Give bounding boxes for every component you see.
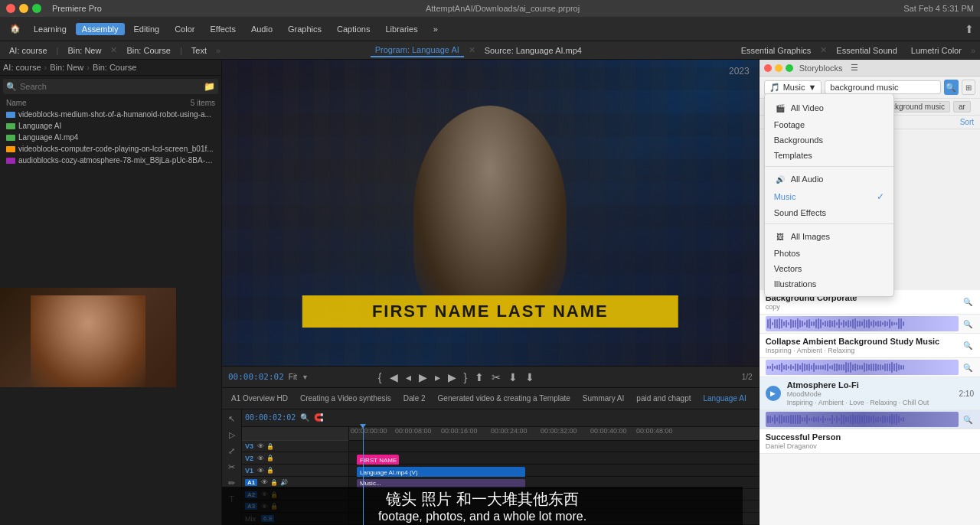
project-search-input[interactable] bbox=[20, 82, 201, 91]
selection-tool[interactable]: ↖ bbox=[227, 412, 237, 426]
storyblocks-search-button[interactable]: 🔍 bbox=[944, 80, 958, 95]
file-item-3[interactable]: videoblocks-computer-code-playing-on-lcd… bbox=[0, 143, 221, 155]
timeline-tab-summary[interactable]: Summary AI bbox=[578, 393, 629, 404]
nav-libraries[interactable]: Libraries bbox=[379, 23, 423, 35]
v2-lock-icon[interactable]: 🔒 bbox=[266, 455, 274, 461]
storyblocks-tab[interactable]: ☰ bbox=[851, 63, 858, 73]
snap-button[interactable]: 🧲 bbox=[314, 413, 323, 422]
timeline-tab-generated[interactable]: Generated video & creating a Template bbox=[433, 393, 575, 404]
insert-button[interactable]: ⬇ bbox=[507, 371, 519, 383]
ai-course-label[interactable]: AI: course bbox=[3, 63, 41, 72]
nav-captions[interactable]: Captions bbox=[331, 23, 376, 35]
timeline-tab-overview[interactable]: A1 Overview HD bbox=[227, 393, 292, 404]
tab-essential-sound[interactable]: Essential Sound bbox=[831, 44, 902, 57]
next-frame-button[interactable]: ▸ bbox=[433, 371, 442, 383]
nav-graphics[interactable]: Graphics bbox=[282, 23, 328, 35]
fit-dropdown-icon[interactable]: ▼ bbox=[302, 373, 309, 381]
play-button-2[interactable]: ▶ bbox=[766, 386, 781, 401]
category-select[interactable]: 🎵 Music ▼ bbox=[764, 80, 822, 95]
app-menu-premiere[interactable]: Premiere Pro bbox=[52, 4, 102, 13]
music-item[interactable]: Music ✓ bbox=[765, 188, 893, 205]
tab-source[interactable]: Source: Language AI.mp4 bbox=[480, 44, 586, 57]
tab-program[interactable]: Program: Language AI bbox=[371, 44, 464, 57]
sort-label[interactable]: Sort bbox=[960, 118, 974, 126]
all-audio-label: All Audio bbox=[791, 174, 824, 184]
export-icon[interactable]: ⬆ bbox=[965, 23, 974, 35]
track-select-tool[interactable]: ▷ bbox=[227, 429, 237, 442]
tab-lumetri-color[interactable]: Lumetri Color bbox=[906, 44, 966, 57]
nav-learning[interactable]: Learning bbox=[28, 23, 73, 35]
nav-editing[interactable]: Editing bbox=[128, 23, 166, 35]
timeline-tab-synthesis[interactable]: Creating a Video synthesis bbox=[296, 393, 396, 404]
a1-eye-icon[interactable]: 👁 bbox=[261, 478, 268, 486]
nav-more[interactable]: » bbox=[427, 23, 444, 35]
step-fwd-button[interactable]: ▶ bbox=[446, 371, 458, 383]
step-back-button[interactable]: ◀ bbox=[388, 371, 400, 383]
lift-button[interactable]: ⬆ bbox=[473, 371, 485, 383]
mark-in-button[interactable]: { bbox=[377, 371, 384, 383]
project-search-bar[interactable]: 🔍 📁 bbox=[3, 79, 218, 94]
sb-close-button[interactable] bbox=[764, 64, 772, 72]
minimize-button[interactable] bbox=[19, 4, 28, 13]
waveform-search-0[interactable]: 🔍 bbox=[962, 318, 974, 330]
prev-frame-button[interactable]: ◂ bbox=[404, 371, 413, 383]
v3-eye-icon[interactable]: 👁 bbox=[257, 442, 264, 450]
waveform-search-1[interactable]: 🔍 bbox=[962, 361, 974, 373]
timeline-tab-paid[interactable]: paid and chagpt bbox=[632, 393, 695, 404]
illustrations-item[interactable]: Illustrations bbox=[765, 276, 893, 292]
sound-effects-item[interactable]: Sound Effects bbox=[765, 205, 893, 220]
tab-bin-course[interactable]: Bin: Course bbox=[122, 44, 175, 57]
fit-select[interactable]: Fit bbox=[289, 373, 297, 381]
tab-essential-graphics[interactable]: Essential Graphics bbox=[737, 44, 816, 57]
tab-ai-course[interactable]: AI: course bbox=[5, 44, 52, 57]
all-audio-item[interactable]: 🔊 All Audio bbox=[765, 170, 893, 188]
all-video-item[interactable]: 🎬 All Video bbox=[765, 99, 893, 117]
sb-minimize-button[interactable] bbox=[775, 64, 782, 72]
a1-volume-icon[interactable]: 🔊 bbox=[280, 479, 288, 486]
file-item-1[interactable]: Language AI bbox=[0, 120, 221, 132]
v3-lock-icon[interactable]: 🔒 bbox=[266, 443, 274, 450]
timeline-tab-dale[interactable]: Dale 2 bbox=[399, 393, 430, 404]
templates-item[interactable]: Templates bbox=[765, 148, 893, 163]
storyblocks-search-input[interactable] bbox=[825, 80, 941, 94]
bin-course-label[interactable]: Bin: Course bbox=[93, 63, 136, 72]
nav-assembly[interactable]: Assembly bbox=[76, 23, 125, 35]
result-options-0[interactable]: 🔍 bbox=[962, 296, 974, 308]
nav-color[interactable]: Color bbox=[168, 23, 201, 35]
sb-maximize-button[interactable] bbox=[786, 64, 793, 72]
extract-button[interactable]: ✂ bbox=[490, 371, 502, 383]
all-images-item[interactable]: 🖼 All Images bbox=[765, 227, 893, 246]
storyblocks-grid-button[interactable]: ⊞ bbox=[962, 80, 975, 95]
tab-bin-new[interactable]: Bin: New bbox=[63, 44, 106, 57]
ripple-tool[interactable]: ⤢ bbox=[227, 445, 237, 458]
v2-eye-icon[interactable]: 👁 bbox=[257, 455, 264, 462]
file-item-0[interactable]: videoblocks-medium-shot-of-a-humanoid-ro… bbox=[0, 109, 221, 120]
razor-tool[interactable]: ✂ bbox=[227, 461, 237, 474]
play-button[interactable]: ▶ bbox=[417, 371, 429, 383]
timeline-tab-language[interactable]: Language AI bbox=[699, 393, 751, 404]
photos-item[interactable]: Photos bbox=[765, 246, 893, 261]
a1-lock-icon[interactable]: 🔒 bbox=[270, 479, 278, 486]
home-button[interactable]: 🏠 bbox=[6, 20, 24, 38]
overwrite-button[interactable]: ⬇ bbox=[524, 371, 536, 383]
v1-eye-icon[interactable]: 👁 bbox=[257, 467, 264, 474]
nav-audio[interactable]: Audio bbox=[245, 23, 279, 35]
v1-lock-icon[interactable]: 🔒 bbox=[266, 467, 274, 474]
mark-out-button[interactable]: } bbox=[462, 371, 469, 383]
nav-effects[interactable]: Effects bbox=[204, 23, 241, 35]
file-item-4[interactable]: audioblocks-cozy-atmosphere-78-mix_B8jLa… bbox=[0, 155, 221, 166]
timeline-zoom-in[interactable]: 🔍 bbox=[300, 413, 309, 422]
tag-2[interactable]: ar bbox=[953, 101, 971, 112]
new-bin-icon[interactable]: 📁 bbox=[204, 81, 215, 92]
footage-item[interactable]: Footage bbox=[765, 117, 893, 132]
waveform-search-2[interactable]: 🔍 bbox=[962, 413, 974, 426]
bin-new-label[interactable]: Bin: New bbox=[50, 63, 83, 72]
file-item-2[interactable]: Language AI.mp4 bbox=[0, 132, 221, 143]
maximize-button[interactable] bbox=[32, 4, 41, 13]
close-button[interactable] bbox=[6, 4, 15, 13]
result-options-1[interactable]: 🔍 bbox=[962, 340, 974, 352]
backgrounds-item[interactable]: Backgrounds bbox=[765, 132, 893, 148]
vectors-label: Vectors bbox=[774, 264, 802, 273]
vectors-item[interactable]: Vectors bbox=[765, 261, 893, 276]
tab-text[interactable]: Text bbox=[187, 44, 211, 57]
